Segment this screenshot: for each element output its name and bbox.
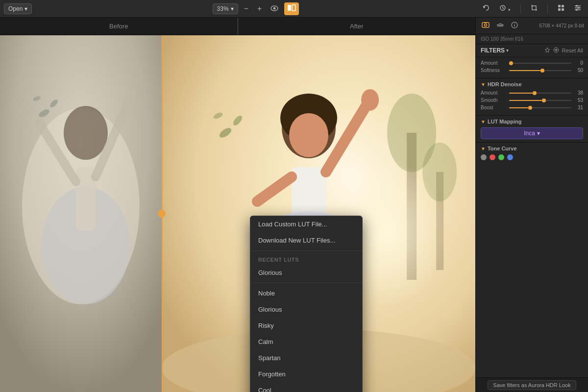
amount-track[interactable] [509, 63, 571, 64]
tab-info-icon[interactable] [509, 21, 520, 31]
before-after-labels: Before After [0, 18, 475, 35]
grid-icon-button[interactable] [555, 2, 567, 15]
hdr-smooth-fill [509, 100, 542, 101]
tone-dot-red[interactable] [490, 154, 495, 160]
tone-curve-header: ▼ Tone Curve [481, 146, 583, 151]
dropdown-divider-2 [250, 283, 362, 283]
load-custom-lut-item[interactable]: Load Custom LUT File... [250, 216, 362, 232]
lut-dropdown-button[interactable]: Inca ▾ [481, 127, 583, 139]
filters-actions: Reset All [544, 47, 583, 54]
hdr-boost-row: Boost 31 [481, 105, 583, 110]
download-new-lut-item[interactable]: Download New LUT Files... [250, 232, 362, 248]
softness-value: 50 [574, 68, 583, 73]
reset-all-button[interactable]: Reset All [562, 48, 583, 53]
hdr-smooth-row: Smooth 53 [481, 98, 583, 103]
zoom-control[interactable]: 33% ▾ [213, 3, 238, 14]
zoom-arrow: ▾ [231, 5, 234, 12]
tab-photo-icon[interactable] [480, 21, 491, 31]
filters-title: FILTERS ▾ [481, 47, 509, 54]
svg-rect-47 [484, 22, 487, 23]
filters-header: FILTERS ▾ Reset All [476, 44, 588, 57]
zoom-minus-button[interactable]: − [241, 2, 251, 15]
tone-curve-section: ▼ Tone Curve [476, 143, 588, 163]
hdr-smooth-value: 53 [574, 98, 583, 103]
tone-dot-green[interactable] [498, 154, 504, 160]
hdr-boost-thumb[interactable] [528, 106, 532, 110]
tab-layers-icon[interactable] [494, 21, 506, 31]
tone-dot-blue[interactable] [507, 154, 513, 160]
after-label: After [238, 18, 476, 35]
lut-dropdown-menu: Load Custom LUT File... Download New LUT… [250, 216, 363, 392]
recent-lut-glorious[interactable]: Glorious [250, 265, 362, 281]
lut-mapping-section: ▼ LUT Mapping Inca ▾ [476, 116, 588, 143]
split-handle[interactable] [158, 210, 166, 218]
lut-item-noble[interactable]: Noble [250, 285, 362, 301]
lut-item-risky[interactable]: Risky [250, 318, 362, 334]
open-button[interactable]: Open ▾ [4, 3, 32, 14]
undo-button[interactable] [480, 2, 492, 15]
hdr-boost-fill [509, 107, 528, 108]
tone-curve-dots [481, 154, 583, 160]
softness-track[interactable] [509, 70, 571, 71]
hdr-denoise-title: HDR Denoise [488, 81, 522, 87]
save-aurora-button[interactable]: Save filters as Aurora HDR Look [488, 380, 576, 390]
hdr-amount-thumb[interactable] [533, 91, 537, 95]
hdr-smooth-track[interactable] [509, 100, 571, 101]
history-button[interactable]: ▾ [496, 2, 514, 15]
hdr-amount-value: 38 [574, 90, 583, 96]
amount-slider-row: Amount 0 [481, 60, 583, 66]
hdr-smooth-label: Smooth [481, 98, 506, 103]
zoom-plus-button[interactable]: + [254, 2, 265, 15]
lut-list: NobleGloriousRiskyCalmSpartanForgottenCo… [250, 285, 362, 392]
sliders-icon-button[interactable] [571, 2, 584, 15]
image-area: Before After [0, 18, 475, 392]
compare-split-button[interactable] [284, 2, 299, 15]
svg-point-17 [64, 106, 108, 160]
eye-button[interactable] [268, 2, 281, 15]
softness-thumb[interactable] [540, 69, 544, 73]
svg-point-50 [514, 23, 515, 24]
tone-curve-title: Tone Curve [488, 146, 517, 151]
lut-item-spartan[interactable]: Spartan [250, 350, 362, 366]
hdr-amount-track[interactable] [509, 93, 571, 94]
svg-point-38 [361, 89, 379, 111]
pin-filter-button[interactable] [544, 47, 550, 54]
hdr-boost-value: 31 [574, 105, 583, 110]
svg-point-34 [289, 113, 328, 157]
hdr-boost-track[interactable] [509, 107, 571, 108]
lut-item-glorious[interactable]: Glorious [250, 301, 362, 318]
lut-dropdown-arrow: ▾ [537, 130, 540, 137]
main-toolbar: Open ▾ 33% ▾ − + ▾ [0, 0, 588, 18]
softness-slider-row: Softness 50 [481, 68, 583, 73]
amount-thumb[interactable] [509, 61, 513, 65]
hdr-smooth-thumb[interactable] [542, 98, 546, 102]
tone-dot-master[interactable] [481, 154, 487, 160]
amount-label: Amount [481, 60, 506, 66]
lut-item-calm[interactable]: Calm [250, 334, 362, 350]
crop-button[interactable] [528, 2, 540, 15]
svg-point-46 [485, 24, 487, 26]
svg-rect-8 [562, 8, 564, 11]
lut-item-cool[interactable]: Cool [250, 382, 362, 392]
open-label: Open [8, 5, 23, 12]
hdr-denoise-header: ▼ HDR Denoise [481, 81, 583, 87]
amount-value: 0 [574, 60, 583, 66]
hdr-denoise-section: ▼ HDR Denoise Amount 38 Smooth 53 [476, 78, 588, 116]
hdr-boost-label: Boost [481, 105, 506, 110]
hdr-denoise-arrow: ▼ [481, 82, 486, 87]
right-panel: 6708 × 4472 px 8-bit ISO 100 35mm f/16 F… [475, 18, 588, 392]
svg-point-14 [576, 9, 578, 11]
lut-title: LUT Mapping [488, 119, 522, 124]
hdr-amount-label: Amount [481, 90, 506, 96]
add-filter-button[interactable] [553, 47, 559, 54]
image-before [0, 35, 162, 392]
svg-rect-5 [558, 5, 561, 7]
dropdown-divider-1 [250, 250, 362, 251]
filters-arrow: ▾ [506, 48, 509, 53]
save-aurora-bar: Save filters as Aurora HDR Look [476, 377, 588, 392]
toolbar-center-group: 33% ▾ − + [213, 2, 299, 15]
softness-label: Softness [481, 68, 506, 73]
svg-rect-6 [562, 5, 564, 7]
lut-item-forgotten[interactable]: Forgotten [250, 366, 362, 382]
panel-tabs: 6708 × 4472 px 8-bit [476, 18, 588, 34]
